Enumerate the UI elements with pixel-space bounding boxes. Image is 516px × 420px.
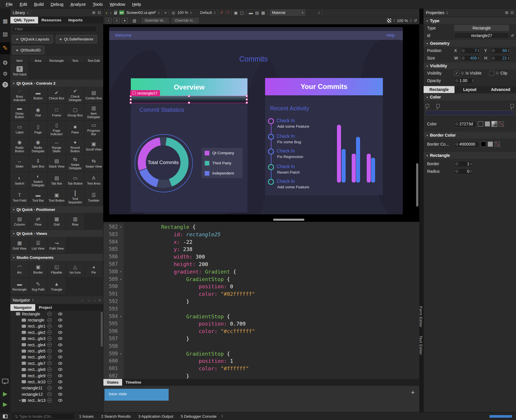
help-mode-icon[interactable]: ? [0, 80, 10, 90]
code-line-596[interactable]: 596color: "#ccffffff" [103, 328, 419, 335]
move-down-icon[interactable]: ↓ [94, 298, 96, 302]
visibility-eye-icon[interactable] [58, 393, 62, 396]
border-no-fill-button[interactable] [495, 142, 500, 147]
visibility-eye-icon[interactable] [58, 313, 62, 315]
palette-item-text-edit[interactable]: Text Edit [85, 56, 103, 63]
code-line-582[interactable]: 582▾Rectangle { [103, 223, 419, 231]
export-icon[interactable]: ↩ [47, 312, 52, 316]
visibility-eye-icon[interactable] [58, 380, 62, 383]
reset-view-icon[interactable]: ↺ [413, 18, 417, 23]
tree-row-re-14[interactable]: ▾re...14↩ [10, 404, 103, 404]
border-solid-fill-button[interactable] [488, 142, 493, 147]
fold-caret-icon[interactable]: ▾ [118, 350, 124, 358]
selection-handle[interactable] [246, 102, 248, 104]
lock-icon[interactable] [114, 12, 117, 14]
palette-item-button[interactable]: ▬Button [29, 87, 47, 104]
palette-item-radio-delegate[interactable]: ◉Radio Delegate [29, 138, 47, 155]
binding-indicator-icon[interactable] [462, 49, 465, 52]
selection-handle[interactable] [246, 99, 248, 101]
gradient-preview-bar[interactable] [426, 110, 514, 115]
sidebar-toggle-icon[interactable] [3, 415, 8, 418]
gradient-stop-handle[interactable] [436, 104, 440, 107]
edit-mode-icon[interactable]: ▤ [0, 29, 10, 39]
type-section-header[interactable]: ▾ Type [424, 17, 516, 24]
activity-circle[interactable] [268, 134, 274, 140]
material-dropdown[interactable]: Material ▾ [270, 10, 305, 16]
palette-item-switch-delegate[interactable]: ◐Switch Delegate [29, 172, 47, 189]
palette-item-combo-box[interactable]: ▤Combo Box [85, 87, 103, 104]
border-current-color-swatch[interactable] [481, 142, 486, 147]
more-icon[interactable]: » [99, 298, 101, 302]
tab-imports[interactable]: Imports [65, 17, 86, 23]
add-panel-icon[interactable]: ⊞ [505, 10, 508, 15]
code-line-599[interactable]: 599▾GradientStop { [103, 350, 419, 358]
visibility-eye-icon[interactable] [58, 350, 62, 352]
palette-item-tumbler[interactable]: ☰Tumbler [85, 189, 103, 206]
gradient-stop-handle[interactable] [511, 104, 514, 107]
record-icon[interactable]: ◎ [172, 10, 175, 15]
tree-row-rect-gle7[interactable]: rect...gle7↩ [10, 360, 103, 366]
palette-item-scroll-view[interactable]: ▣Scroll View [85, 138, 103, 155]
welcome-link[interactable]: Welcome [115, 33, 132, 38]
output-panes-spinner-icon[interactable]: ▴▾ [222, 415, 223, 418]
tree-row-rect-gle9[interactable]: rect...gle9↩ [10, 373, 103, 379]
visibility-eye-icon[interactable] [58, 368, 62, 371]
add-panel-icon[interactable]: ⊞ [92, 10, 95, 15]
status-1-issues[interactable]: 1 Issues [79, 414, 94, 419]
menu-file[interactable]: File [2, 0, 16, 9]
your-commits-card[interactable]: Your Commits Recent Acitivity Check InAd… [265, 78, 383, 195]
binding-indicator-icon[interactable] [455, 143, 458, 146]
activity-circle[interactable] [268, 179, 274, 185]
color-section-header[interactable]: ▾ Color [424, 94, 516, 101]
activity-title[interactable]: Check In [277, 134, 295, 139]
palette-item-pane[interactable]: ■Pane [66, 121, 85, 138]
palette-item-tool-bar[interactable]: ▬Tool Bar [29, 189, 47, 206]
selection-handle[interactable] [246, 95, 248, 97]
visibility-eye-icon[interactable] [58, 399, 62, 402]
export-icon[interactable]: ↩ [47, 343, 52, 347]
visibility-eye-icon[interactable] [58, 362, 62, 365]
import-button-qtstudio3d[interactable]: +QtStudio3D [12, 46, 44, 54]
status-3-application-output[interactable]: 3 Application Output [138, 414, 173, 419]
palette-item-stack-view[interactable]: ▤Stack View [47, 155, 66, 172]
code-line-602[interactable]: 602} [103, 372, 419, 379]
binding-indicator-icon[interactable] [455, 162, 458, 165]
extra-spinner-icon[interactable]: ▴▾ [318, 11, 320, 14]
palette-item-border[interactable]: ▣Border [29, 261, 47, 278]
code-line-594[interactable]: 594▾GradientStop { [103, 313, 419, 320]
binding-indicator-icon[interactable] [492, 49, 495, 52]
fold-caret-icon[interactable]: ▾ [118, 268, 124, 276]
binding-indicator-icon[interactable] [455, 122, 458, 125]
tree-row-rect-le10[interactable]: rect...le10↩ [10, 379, 103, 385]
binding-indicator-icon[interactable] [462, 57, 465, 60]
menu-window[interactable]: Window [106, 0, 128, 9]
activity-circle[interactable] [268, 118, 274, 124]
code-line-591[interactable]: 591color: "#02ffffff" [103, 290, 419, 298]
binding-indicator-icon[interactable] [455, 170, 458, 173]
palette-item-check-box[interactable]: ✔Check Box [47, 87, 66, 104]
activity-circle[interactable] [268, 148, 274, 155]
move-left-icon[interactable]: ← [81, 298, 84, 302]
export-icon[interactable]: ↩ [47, 373, 52, 378]
palette-item-rectangle[interactable]: ▬Rectangle [10, 278, 29, 295]
id-input[interactable]: rectangle27 [454, 32, 509, 39]
override-width-button[interactable]: Override W... [141, 18, 169, 23]
radius-input[interactable]: 0▴▾ [454, 168, 473, 174]
overview-card[interactable]: Overview rectangle27 Commit Statistics T… [131, 78, 247, 212]
tab-layout[interactable]: Layout [454, 86, 485, 93]
code-line-584[interactable]: 584x: -22 [103, 238, 419, 246]
base-state-item[interactable]: base state [105, 389, 169, 401]
tree-row-rect-gle1[interactable]: rect...gle1↩ [10, 323, 103, 329]
tree-row-rectangle[interactable]: rectangle↩ [10, 317, 103, 323]
menu-analyze[interactable]: Analyze [67, 0, 89, 9]
export-icon[interactable]: ↩ [47, 392, 52, 396]
zoom-level[interactable]: 100 % [177, 10, 188, 15]
selection-handle[interactable] [188, 95, 190, 97]
library-selector-spinner-icon[interactable]: ▴▾ [27, 11, 29, 14]
visibility-eye-icon[interactable] [58, 337, 62, 340]
palette-item-grid-view[interactable]: ▦Grid View [10, 237, 29, 254]
palette-item-frame[interactable]: □Frame [47, 104, 66, 121]
tree-row-rect-gle2[interactable]: rect...gle2↩ [10, 329, 103, 335]
tab-states[interactable]: States [103, 379, 122, 386]
size-h-input[interactable]: 21▴▾ [491, 55, 510, 61]
